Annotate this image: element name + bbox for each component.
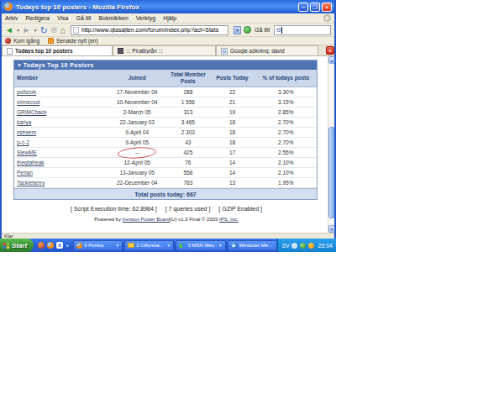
- member-link[interactable]: GRIMCback: [17, 109, 46, 115]
- pct-cell: 2.85%: [255, 109, 317, 115]
- bookmark-senaste-nytt[interactable]: Senaste nytt (en): [48, 38, 98, 44]
- joined-cell: --: [108, 150, 166, 155]
- top-posters-table: » Todays Top 10 Posters Member Joined To…: [13, 60, 318, 200]
- joined-cell: 10-November 04: [108, 99, 166, 105]
- member-link[interactable]: p-c-2: [17, 139, 29, 145]
- posts-today-cell: 21: [210, 99, 255, 105]
- posts-today-cell: 19: [210, 109, 255, 115]
- language-indicator[interactable]: SV: [282, 243, 290, 249]
- navigation-toolbar: ◄ ▼ ► ▼ ↻ ⊗ ⌂ http://www.gtasajten.com/f…: [2, 24, 334, 37]
- taskbar-firefox-group[interactable]: 5 Firefox ▼: [73, 240, 123, 251]
- close-button[interactable]: ×: [322, 3, 332, 12]
- restore-button[interactable]: ❐: [310, 3, 320, 12]
- pct-cell: 2.70%: [255, 129, 317, 135]
- page-favicon-icon: [73, 27, 79, 34]
- menu-visa[interactable]: Visa: [57, 15, 69, 21]
- member-link[interactable]: xstreem: [17, 129, 36, 135]
- posts-today-cell: 14: [210, 170, 255, 176]
- member-link[interactable]: pottzork: [17, 89, 36, 95]
- back-button[interactable]: ◄: [5, 26, 13, 34]
- home-button[interactable]: ⌂: [60, 26, 66, 34]
- menu-verktyg[interactable]: Verktyg: [136, 15, 155, 21]
- member-link[interactable]: kariya: [17, 119, 31, 125]
- posts-today-cell: 18: [210, 129, 255, 135]
- tray-icon[interactable]: [308, 243, 314, 249]
- bookmark-kom-igang[interactable]: Kom igång: [5, 38, 39, 44]
- group-arrow-icon: ▼: [167, 243, 171, 248]
- menu-bokmarken[interactable]: Bokmärken: [98, 15, 128, 21]
- quick-launch: e »: [34, 242, 73, 249]
- firefox-icon: [76, 243, 82, 249]
- total-posts-cell: 425: [166, 150, 210, 155]
- volume-tray-icon[interactable]: [291, 243, 297, 249]
- menu-ga-till[interactable]: Gå till: [76, 15, 91, 21]
- vertical-scrollbar[interactable]: ▲ ▼: [328, 56, 334, 233]
- quick-launch-overflow[interactable]: »: [66, 243, 69, 249]
- taskbar-clock: 23:04: [318, 243, 333, 249]
- posts-today-cell: 18: [210, 119, 255, 125]
- menu-arkiv[interactable]: Arkiv: [5, 15, 18, 21]
- pct-cell: 2.70%: [255, 119, 317, 125]
- back-dropdown[interactable]: ▼: [16, 28, 20, 33]
- search-input[interactable]: G: [274, 25, 331, 35]
- pct-cell: 2.10%: [255, 170, 317, 176]
- scroll-up-button[interactable]: ▲: [328, 56, 334, 64]
- window-title: Todays top 10 posters - Mozilla Firefox: [16, 3, 297, 11]
- menu-redigera[interactable]: Redigera: [26, 15, 50, 21]
- tray-icon[interactable]: [300, 243, 306, 249]
- reload-button[interactable]: ↻: [40, 26, 48, 34]
- tab-piratbyran[interactable]: ::: Piratbyrån :::: [113, 45, 216, 55]
- firefox-window: Todays top 10 posters - Mozilla Firefox …: [0, 0, 336, 239]
- member-link[interactable]: Tackleberry: [17, 180, 45, 186]
- table-row: kariya 22-January 03 3 465 18 2.70%: [14, 118, 317, 128]
- firefox-quick-launch-icon[interactable]: [47, 242, 54, 249]
- task-buttons: 5 Firefox ▼ 2 Utforska... ▼ 3 MSN Mes...…: [73, 240, 277, 251]
- table-row: SlewME -- 425 17 2.55%: [14, 148, 317, 158]
- joined-cell: 22-January 03: [108, 119, 166, 125]
- tab-todays-top-posters[interactable]: Todays top 10 posters: [2, 45, 113, 55]
- taskbar-msn-group[interactable]: 3 MSN Mes... ▼: [176, 240, 225, 251]
- taskbar-explorer-group[interactable]: 2 Utforska... ▼: [124, 240, 174, 251]
- go-button-label[interactable]: Gå till: [255, 27, 270, 33]
- page-content: » Todays Top 10 Posters Member Joined To…: [2, 56, 334, 233]
- menu-hjalp[interactable]: Hjälp: [163, 15, 176, 21]
- ie-quick-launch-icon[interactable]: e: [56, 242, 63, 249]
- start-button[interactable]: Start: [0, 239, 34, 252]
- table-header-row: Member Joined Total Member Posts Posts T…: [14, 70, 317, 87]
- joined-cell: 12-April 05: [108, 160, 166, 165]
- folder-icon: [128, 243, 134, 248]
- pct-cell: 2.70%: [255, 139, 317, 145]
- url-input[interactable]: http://www.gtasajten.com/forum/index.php…: [81, 27, 226, 33]
- total-posts-cell: 288: [166, 89, 210, 95]
- screen-capture: Todays top 10 posters - Mozilla Firefox …: [0, 0, 336, 252]
- pct-cell: 3.30%: [255, 89, 317, 95]
- forward-dropdown[interactable]: ▼: [34, 28, 38, 33]
- page-icon: [7, 48, 13, 55]
- group-arrow-icon: ▼: [218, 243, 223, 248]
- table-row: thegtafreak 12-April 05 76 14 2.10%: [14, 158, 317, 168]
- url-bar[interactable]: http://www.gtasajten.com/forum/index.php…: [71, 25, 228, 35]
- stop-button[interactable]: ⊗: [50, 26, 57, 34]
- scroll-down-button[interactable]: ▼: [328, 225, 334, 233]
- go-icon[interactable]: [244, 26, 251, 34]
- member-link[interactable]: SlewME: [17, 150, 37, 155]
- minimize-button[interactable]: ─: [298, 3, 308, 12]
- member-link[interactable]: vinnecool: [17, 99, 39, 105]
- quick-launch-icon[interactable]: [38, 242, 45, 249]
- tab-google-search[interactable]: G Google-sökning: david_: [216, 45, 318, 55]
- ips-link[interactable]: IPS, Inc.: [219, 217, 239, 222]
- total-posts-cell: 2 303: [166, 129, 210, 135]
- forward-button[interactable]: ►: [23, 26, 31, 34]
- taskbar-wmp-button[interactable]: ▶ Windows Me...: [228, 240, 277, 251]
- member-link[interactable]: thegtafreak: [17, 160, 45, 165]
- window-titlebar[interactable]: Todays top 10 posters - Mozilla Firefox …: [2, 0, 334, 13]
- page-title: » Todays Top 10 Posters: [14, 60, 317, 70]
- scrollbar-thumb[interactable]: [328, 127, 334, 218]
- taskbar: Start e » 5 Firefox ▼ 2 Utforska... ▼ 3 …: [0, 239, 336, 252]
- pct-cell: 2.10%: [255, 160, 317, 165]
- posts-today-cell: 13: [210, 180, 255, 186]
- invision-link[interactable]: Invision Power Board: [123, 217, 171, 222]
- url-dropdown-button[interactable]: ▼: [234, 26, 241, 34]
- member-link[interactable]: Perlan: [17, 170, 33, 176]
- close-tab-button[interactable]: ×: [326, 46, 334, 55]
